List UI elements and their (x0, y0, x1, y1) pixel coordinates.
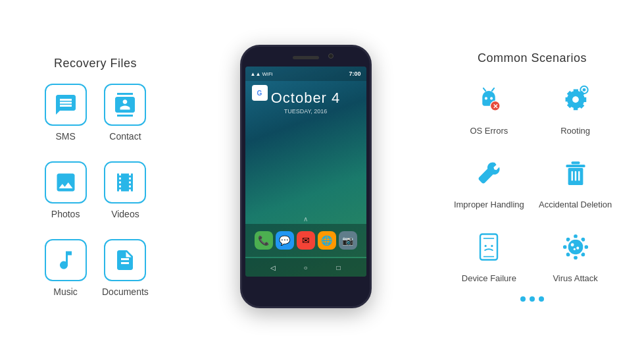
svg-point-16 (485, 245, 487, 247)
list-item: Documents (102, 239, 149, 297)
svg-point-19 (568, 240, 583, 255)
svg-point-37 (576, 247, 579, 250)
device-failure-svg (472, 230, 506, 264)
sms-icon (45, 84, 87, 126)
signal-icon: ▲▲ WiFi (251, 71, 273, 77)
gmail-app-icon: ✉ (297, 231, 315, 250)
svg-rect-10 (571, 161, 580, 164)
sms-svg (54, 93, 78, 117)
svg-point-17 (491, 245, 493, 247)
list-item: Videos (104, 161, 146, 219)
phone-dock: 📞 💬 ✉ 🌐 📷 (245, 224, 366, 257)
scroll-hint: ∧ (303, 215, 308, 223)
svg-line-3 (492, 88, 494, 91)
virus-attack-label: Virus Attack (553, 273, 597, 283)
os-errors-icon: ✕ (468, 78, 510, 121)
right-section: Common Scenarios ✕ (440, 51, 624, 302)
svg-rect-9 (566, 165, 585, 167)
svg-point-0 (485, 97, 487, 99)
music-svg (54, 248, 78, 272)
contact-svg (113, 93, 137, 117)
phone-date-day: TUESDAY, 2016 (245, 108, 366, 115)
phone-nav-bar: ◁ ○ □ (245, 258, 366, 277)
svg-line-2 (483, 88, 485, 91)
photos-label: Photos (51, 209, 80, 219)
dot-1 (520, 296, 526, 302)
rooting-icon (555, 78, 597, 121)
photos-icon (45, 161, 87, 204)
svg-rect-12 (574, 171, 576, 181)
back-button: ◁ (268, 262, 278, 273)
list-item: Improper Handling (454, 152, 524, 209)
phone: ▲▲ WiFi 7:00 G October 4 TUESDAY, 2016 ∧… (240, 45, 372, 308)
svg-point-23 (584, 245, 588, 249)
svg-point-36 (570, 243, 574, 246)
phone-container: ▲▲ WiFi 7:00 G October 4 TUESDAY, 2016 ∧… (214, 45, 398, 308)
phone-app-icon: 📞 (255, 231, 273, 250)
scenarios-grid: ✕ OS Errors Rooting (453, 78, 612, 283)
pagination-dots (520, 296, 544, 302)
list-item: Photos (45, 161, 87, 219)
list-item: Accidental Deletion (539, 152, 612, 209)
sms-label: SMS (55, 131, 75, 142)
svg-line-34 (581, 240, 582, 242)
svg-rect-13 (578, 171, 580, 181)
left-title: Recovery Files (54, 57, 137, 70)
svg-point-7 (582, 88, 585, 92)
list-item: Rooting (543, 78, 608, 136)
recents-button: □ (334, 262, 344, 273)
contact-label: Contact (109, 131, 141, 142)
accidental-deletion-label: Accidental Deletion (539, 200, 612, 209)
svg-line-35 (569, 252, 570, 254)
dot-3 (539, 296, 544, 302)
documents-label: Documents (102, 286, 149, 297)
svg-line-33 (581, 252, 582, 254)
improper-handling-label: Improper Handling (454, 200, 524, 209)
contact-icon (104, 84, 146, 126)
device-failure-label: Device Failure (462, 273, 516, 283)
list-item: ✕ OS Errors (456, 78, 522, 136)
phone-camera (328, 53, 334, 59)
videos-icon (104, 161, 146, 204)
music-icon (45, 239, 87, 281)
list-item: Device Failure (456, 226, 522, 283)
virus-attack-icon (555, 226, 597, 268)
phone-screen: ▲▲ WiFi 7:00 G October 4 TUESDAY, 2016 ∧… (245, 67, 366, 277)
phone-date-area: October 4 TUESDAY, 2016 (245, 90, 366, 115)
svg-point-1 (490, 97, 493, 99)
dot-2 (530, 296, 535, 302)
messages-app-icon: 💬 (276, 231, 294, 250)
accidental-deletion-icon (555, 152, 597, 194)
phone-status-bar: ▲▲ WiFi 7:00 (245, 67, 366, 81)
svg-line-32 (569, 240, 570, 242)
improper-handling-icon (468, 152, 510, 194)
documents-icon (104, 239, 146, 281)
camera-app-icon: 📷 (339, 231, 357, 250)
os-errors-svg: ✕ (472, 82, 506, 117)
phone-speaker (293, 56, 319, 59)
main-container: Recovery Files SMS Contact (0, 0, 644, 353)
svg-rect-11 (571, 171, 572, 181)
rooting-svg (558, 82, 593, 117)
list-item: Music (45, 239, 87, 297)
virus-attack-svg (558, 230, 593, 264)
music-label: Music (53, 286, 78, 297)
right-title: Common Scenarios (478, 51, 587, 65)
rooting-label: Rooting (560, 126, 590, 136)
chrome-app-icon: 🌐 (318, 231, 336, 250)
improper-handling-svg (472, 156, 506, 190)
phone-time: 7:00 (349, 70, 360, 77)
svg-point-21 (574, 256, 578, 259)
list-item: SMS (45, 84, 87, 142)
documents-svg (113, 248, 137, 272)
home-button: ○ (301, 262, 311, 273)
photos-svg (54, 171, 78, 194)
accidental-deletion-svg (558, 156, 593, 190)
os-errors-label: OS Errors (470, 126, 508, 136)
svg-point-22 (563, 245, 567, 249)
svg-point-38 (573, 248, 575, 250)
videos-svg (113, 171, 137, 194)
svg-point-20 (574, 234, 578, 238)
svg-text:✕: ✕ (493, 103, 498, 110)
phone-date-month: October 4 (245, 90, 366, 107)
